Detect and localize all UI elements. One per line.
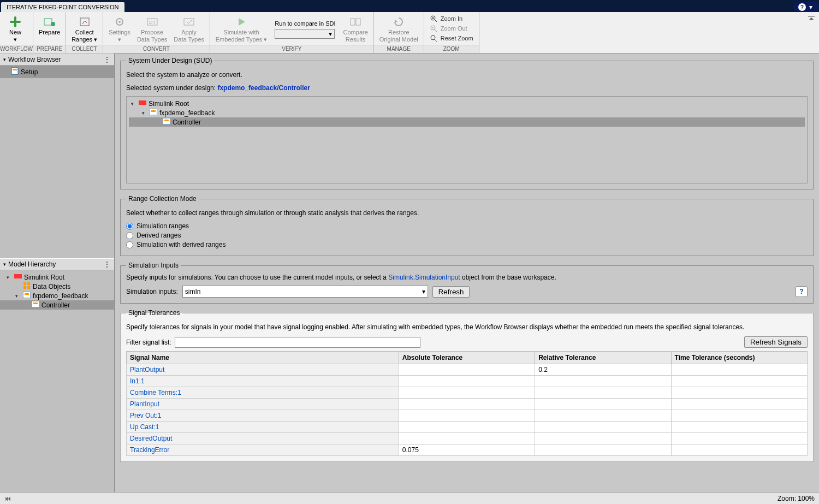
group-manage-label: MANAGE bbox=[374, 45, 424, 53]
group-prepare-label: PREPARE bbox=[33, 45, 66, 53]
svg-rect-23 bbox=[11, 68, 18, 74]
col-time-tol[interactable]: Time Tolerance (seconds) bbox=[671, 352, 807, 364]
svg-marker-11 bbox=[395, 20, 397, 23]
workflow-item-setup[interactable]: Setup bbox=[0, 66, 114, 78]
collect-ranges-button[interactable]: Collect Ranges ▾ bbox=[68, 14, 100, 45]
abs-tol-cell[interactable] bbox=[399, 387, 535, 399]
collapse-ribbon-button[interactable] bbox=[804, 12, 819, 53]
tree-root[interactable]: ▾ Simulink Root bbox=[0, 272, 114, 282]
col-signal-name[interactable]: Signal Name bbox=[127, 352, 399, 364]
panel-menu-icon[interactable]: ⋮ bbox=[104, 260, 111, 268]
refresh-button[interactable]: Refresh bbox=[432, 286, 470, 298]
table-row[interactable]: PlantOutput0.2 bbox=[127, 364, 808, 376]
time-tol-cell[interactable] bbox=[671, 422, 807, 433]
svg-rect-7 bbox=[184, 19, 194, 25]
sud-link[interactable]: fxpdemo_feedback/Controller bbox=[217, 84, 310, 92]
abs-tol-cell[interactable]: 0.075 bbox=[399, 444, 535, 456]
zoom-out-button[interactable]: Zoom Out bbox=[429, 24, 474, 33]
settings-button[interactable]: Settings▾ bbox=[105, 14, 134, 45]
time-tol-cell[interactable] bbox=[671, 433, 807, 444]
filter-input[interactable] bbox=[175, 337, 420, 348]
apply-button[interactable]: Apply Data Types bbox=[170, 14, 207, 45]
simulate-button[interactable]: Simulate with Embedded Types ▾ bbox=[212, 14, 270, 45]
sud-tree-controller[interactable]: Controller bbox=[129, 117, 805, 127]
signal-name-cell[interactable]: DesiredOutput bbox=[127, 433, 399, 444]
rel-tol-cell[interactable] bbox=[535, 376, 671, 387]
zoom-in-button[interactable]: Zoom In bbox=[429, 14, 474, 23]
table-row[interactable]: TrackingError0.075 bbox=[127, 444, 808, 456]
tree-model[interactable]: ▾ fxpdemo_feedback bbox=[0, 291, 114, 300]
abs-tol-cell[interactable] bbox=[399, 364, 535, 376]
signal-tolerances-panel: Signal Tolerances Specify tolerances for… bbox=[120, 309, 814, 462]
rel-tol-cell[interactable] bbox=[535, 399, 671, 410]
panel-menu-icon[interactable]: ⋮ bbox=[104, 56, 111, 63]
sud-panel: System Under Design (SUD) Select the sys… bbox=[120, 57, 814, 189]
model-hierarchy-header[interactable]: ▾ Model Hierarchy ⋮ bbox=[0, 258, 114, 270]
col-rel-tol[interactable]: Relative Tolerance bbox=[535, 352, 671, 364]
sim-inputs-dropdown[interactable]: simIn ▾ bbox=[182, 286, 428, 298]
run-sdi-dropdown[interactable]: ▾ bbox=[275, 29, 335, 39]
table-row[interactable]: Up Cast:1 bbox=[127, 422, 808, 433]
time-tol-cell[interactable] bbox=[671, 399, 807, 410]
simulink-icon bbox=[139, 99, 146, 108]
group-convert-label: CONVERT bbox=[103, 45, 210, 53]
refresh-signals-button[interactable]: Refresh Signals bbox=[744, 336, 808, 348]
table-row[interactable]: DesiredOutput bbox=[127, 433, 808, 444]
signal-name-cell[interactable]: Up Cast:1 bbox=[127, 422, 399, 433]
compare-button[interactable]: Compare Results bbox=[340, 14, 371, 45]
rel-tol-cell[interactable] bbox=[535, 410, 671, 422]
rel-tol-cell[interactable] bbox=[535, 433, 671, 444]
reset-zoom-button[interactable]: Reset Zoom bbox=[429, 34, 474, 43]
table-row[interactable]: In1:1 bbox=[127, 376, 808, 387]
rel-tol-cell[interactable] bbox=[535, 444, 671, 456]
rel-tol-cell[interactable] bbox=[535, 422, 671, 433]
signal-name-cell[interactable]: Prev Out:1 bbox=[127, 410, 399, 422]
table-row[interactable]: PlantInput bbox=[127, 399, 808, 410]
range-mode-legend: Range Collection Mode bbox=[126, 195, 199, 203]
radio-sim-derived[interactable]: Simulation with derived ranges bbox=[126, 241, 808, 248]
signal-name-cell[interactable]: Combine Terms:1 bbox=[127, 387, 399, 399]
radio-derived-ranges[interactable]: Derived ranges bbox=[126, 232, 808, 239]
workflow-browser-header[interactable]: ▾ Workflow Browser ⋮ bbox=[0, 54, 114, 66]
signal-name-cell[interactable]: PlantOutput bbox=[127, 364, 399, 376]
tree-data-objects[interactable]: Data Objects bbox=[0, 282, 114, 291]
abs-tol-cell[interactable] bbox=[399, 399, 535, 410]
time-tol-cell[interactable] bbox=[671, 387, 807, 399]
zoom-level[interactable]: Zoom: 100% bbox=[778, 495, 815, 502]
new-button[interactable]: New▾ bbox=[2, 14, 28, 45]
svg-rect-28 bbox=[23, 286, 26, 289]
prepare-button[interactable]: Prepare bbox=[35, 14, 63, 45]
table-row[interactable]: Combine Terms:1 bbox=[127, 387, 808, 399]
restore-button[interactable]: Restore Original Model bbox=[376, 14, 422, 45]
sim-input-type-link[interactable]: Simulink.SimulationInput bbox=[388, 274, 460, 281]
signal-name-cell[interactable]: TrackingError bbox=[127, 444, 399, 456]
abs-tol-cell[interactable] bbox=[399, 433, 535, 444]
sud-tree-model[interactable]: ▾ fxpdemo_feedback bbox=[129, 108, 805, 117]
time-tol-cell[interactable] bbox=[671, 410, 807, 422]
time-tol-cell[interactable] bbox=[671, 364, 807, 376]
propose-button[interactable]: DT Propose Data Types bbox=[134, 14, 170, 45]
radio-sim-ranges[interactable]: Simulation ranges bbox=[126, 222, 808, 230]
svg-point-1 bbox=[51, 22, 55, 26]
col-abs-tol[interactable]: Absolute Tolerance bbox=[399, 352, 535, 364]
rel-tol-cell[interactable]: 0.2 bbox=[535, 364, 671, 376]
plus-icon bbox=[10, 15, 21, 29]
signal-name-cell[interactable]: PlantInput bbox=[127, 399, 399, 410]
sud-tree-root[interactable]: ▾ Simulink Root bbox=[129, 99, 805, 108]
time-tol-cell[interactable] bbox=[671, 376, 807, 387]
play-icon bbox=[236, 15, 247, 29]
app-tab[interactable]: ITERATIVE FIXED-POINT CONVERSION bbox=[1, 2, 124, 12]
svg-rect-38 bbox=[164, 120, 169, 121]
rel-tol-cell[interactable] bbox=[535, 387, 671, 399]
svg-point-4 bbox=[118, 21, 121, 23]
abs-tol-cell[interactable] bbox=[399, 410, 535, 422]
tree-controller[interactable]: Controller bbox=[0, 300, 114, 310]
help-button[interactable]: ? ▾ bbox=[793, 2, 818, 12]
abs-tol-cell[interactable] bbox=[399, 376, 535, 387]
table-row[interactable]: Prev Out:1 bbox=[127, 410, 808, 422]
signal-name-cell[interactable]: In1:1 bbox=[127, 376, 399, 387]
abs-tol-cell[interactable] bbox=[399, 422, 535, 433]
help-button[interactable]: ? bbox=[796, 286, 808, 297]
first-page-icon[interactable]: ⏮ bbox=[4, 495, 11, 502]
time-tol-cell[interactable] bbox=[671, 444, 807, 456]
